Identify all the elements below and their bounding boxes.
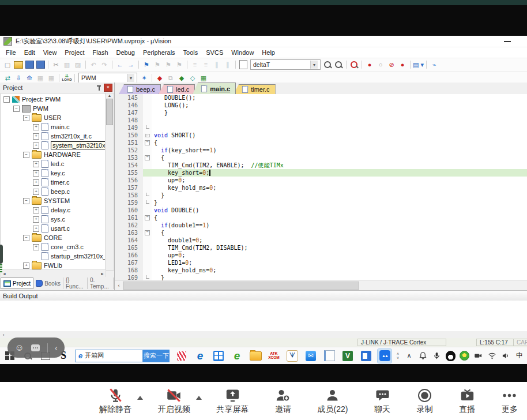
scroll-left-icon[interactable]: ◄	[2, 272, 6, 276]
tree-item-core[interactable]: −CORE	[1, 233, 106, 242]
tree-item-project-pwm[interactable]: −Project: PWM	[1, 95, 106, 104]
code-editor[interactable]: 145 DOUBLE();146 LONG();147 }148149150vo…	[115, 94, 527, 281]
editor-tab-timer-c[interactable]: timer.c	[234, 84, 275, 94]
uncomment-button[interactable]: ∥	[223, 60, 233, 70]
wifi-icon[interactable]	[487, 351, 497, 361]
tree-item-key-c[interactable]: +key.c	[1, 168, 106, 178]
expand-toggle-icon[interactable]: +	[33, 161, 39, 167]
tree-item-led-c[interactable]: +led.c	[1, 159, 106, 168]
copy-groups-button[interactable]: ⧉	[165, 73, 176, 83]
chevron-down-icon[interactable]: ▾	[310, 61, 318, 69]
expand-toggle-icon[interactable]: +	[33, 179, 39, 186]
fold-margin[interactable]	[143, 109, 152, 117]
taskbar-app-edge[interactable]: e	[193, 349, 207, 363]
meeting-invite-button[interactable]: 邀请	[275, 388, 291, 415]
safety-ball-icon[interactable]	[460, 351, 469, 361]
rebuild-button[interactable]: ⟰	[24, 73, 35, 83]
fold-margin[interactable]	[143, 132, 152, 139]
tray-mic-icon[interactable]	[432, 351, 442, 361]
bookmark-next-button[interactable]: ⚑	[163, 60, 174, 70]
fold-margin[interactable]	[143, 237, 152, 244]
qq-icon[interactable]	[446, 351, 456, 361]
fold-collapse-icon[interactable]: −	[145, 155, 150, 160]
paste-button[interactable]: ▨	[73, 60, 83, 70]
collapse-toggle-icon[interactable]: −	[23, 198, 29, 204]
fold-collapse-icon[interactable]: −	[145, 140, 150, 145]
menu-svcs[interactable]: SVCS	[202, 49, 227, 56]
wrench-config-button[interactable]: ⌁	[429, 60, 439, 70]
breakpoint-kill-all-button[interactable]: ●	[397, 60, 408, 70]
ime-indicator[interactable]: 中	[516, 351, 523, 361]
collapse-toggle-icon[interactable]: −	[23, 115, 29, 121]
search-input[interactable]: e 开箱网	[75, 350, 143, 362]
new-file-button[interactable]: ▢	[2, 60, 13, 70]
tree-item-timer-c[interactable]: +timer.c	[1, 178, 106, 187]
fold-collapse-icon[interactable]: −	[145, 215, 150, 220]
panel-tab-func[interactable]: {} Func...	[63, 278, 88, 289]
tree-item-startup-stm32f10x-hd[interactable]: startup_stm32f10x_hd.	[1, 252, 106, 261]
scroll-up-icon[interactable]: ▲	[108, 93, 112, 97]
editor-tab-led-c[interactable]: led.c	[159, 84, 195, 94]
translate-button[interactable]: ⇄	[2, 73, 13, 83]
meeting-members-button[interactable]: 成员(22)	[318, 388, 348, 415]
meeting-record-button[interactable]: 录制	[417, 388, 433, 415]
chat-bubble-icon[interactable]	[31, 344, 40, 351]
expand-toggle-icon[interactable]: +	[33, 244, 39, 250]
save-button[interactable]	[24, 60, 35, 70]
scroll-left-icon[interactable]: ‹	[0, 332, 7, 337]
meeting-unmute-button[interactable]: 解除静音	[99, 388, 131, 415]
fold-margin[interactable]	[143, 184, 152, 192]
menu-file[interactable]: File	[2, 49, 20, 56]
fold-margin[interactable]	[143, 199, 152, 207]
taskbar-app-ie-green[interactable]: e	[230, 349, 244, 363]
nav-back-button[interactable]: ←	[115, 60, 125, 70]
scroll-thumb[interactable]	[123, 282, 359, 290]
undo-button[interactable]: ↶	[88, 60, 99, 70]
meeting-share-screen-button[interactable]: 共享屏幕	[216, 388, 249, 415]
find-text-combobox[interactable]: deltaT▾	[250, 59, 321, 70]
fold-collapse-icon[interactable]: −	[145, 230, 150, 235]
menu-tools[interactable]: Tools	[179, 49, 202, 56]
menu-peripherals[interactable]: Peripherals	[139, 49, 179, 56]
panel-tab-0-temp[interactable]: 0. Temp...	[88, 278, 114, 289]
editor-hscrollbar[interactable]: ‹	[115, 280, 527, 290]
collapse-toggle-icon[interactable]: −	[13, 106, 20, 112]
scroll-thumb[interactable]	[106, 99, 113, 125]
fold-margin[interactable]: −	[143, 154, 152, 162]
fold-margin[interactable]	[143, 244, 152, 252]
meeting-start-video-button[interactable]: 开启视频	[158, 388, 190, 415]
taskbar-app-keil-uvision[interactable]: V	[341, 349, 355, 363]
menu-window[interactable]: Window	[227, 49, 258, 56]
bell-icon[interactable]	[418, 351, 428, 361]
find-red-button[interactable]	[349, 60, 359, 70]
collapse-chevron-icon[interactable]: ‹	[55, 343, 58, 352]
copy-button[interactable]: ▥	[62, 60, 72, 70]
collapse-toggle-icon[interactable]: −	[23, 235, 29, 241]
redo-button[interactable]: ↷	[99, 60, 110, 70]
fold-margin[interactable]	[143, 124, 152, 132]
open-file-button[interactable]	[13, 60, 24, 70]
tree-item-pwm[interactable]: −PWM	[1, 104, 106, 113]
stop-build-button[interactable]: ▦	[46, 73, 57, 83]
tree-item-sys-c[interactable]: +sys.c	[1, 215, 106, 224]
taskbar-app-notepad[interactable]	[322, 349, 336, 363]
fold-margin[interactable]	[143, 102, 152, 109]
build-button[interactable]: ⇩	[13, 73, 24, 83]
bookmark-prev-button[interactable]: ⚑	[152, 60, 163, 70]
panel-tab-books[interactable]: Books	[33, 278, 63, 289]
panel-tab-project[interactable]: Project	[1, 278, 33, 289]
editor-tab-main-c[interactable]: main.c	[193, 82, 236, 94]
options-wand-button[interactable]: ✶	[139, 73, 149, 83]
tree-item-delay-c[interactable]: +delay.c	[1, 205, 106, 215]
tree-item-system-stm32f10x-c[interactable]: +system_stm32f10x.cx.c	[1, 141, 106, 150]
find-next-button[interactable]	[322, 60, 333, 70]
tree-item-user[interactable]: −USER	[1, 113, 106, 122]
indent-button[interactable]: ≡	[190, 60, 200, 70]
nav-forward-button[interactable]: →	[126, 60, 136, 70]
comment-button[interactable]: ∥	[212, 60, 222, 70]
expand-toggle-icon[interactable]: +	[33, 142, 39, 149]
expand-toggle-icon[interactable]: +	[33, 170, 39, 177]
cut-button[interactable]: ✂	[51, 60, 61, 70]
taskbar-app-atk-xcom[interactable]: ATKXCOM	[267, 349, 281, 363]
fold-margin[interactable]	[143, 162, 152, 169]
